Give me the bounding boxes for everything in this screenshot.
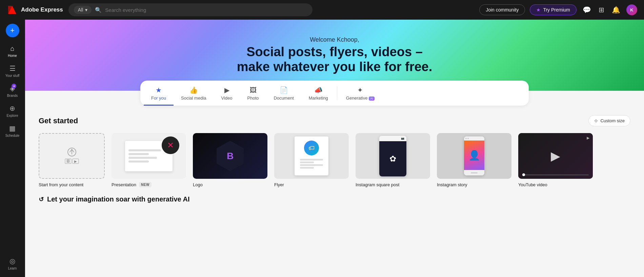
video-icon: ▶ xyxy=(224,86,229,94)
card-logo[interactable]: B Logo xyxy=(193,133,267,187)
logo-hex-icon: B xyxy=(217,141,244,171)
card-label: Flyer xyxy=(274,182,349,187)
section-title: Get started xyxy=(39,116,78,125)
section-header: Get started ⊹ Custom size xyxy=(39,115,630,126)
sidebar-item-brands[interactable]: ◈★ Brands xyxy=(1,82,24,100)
ai-badge: AI xyxy=(369,97,375,101)
chat-icon-button[interactable]: 💬 xyxy=(581,4,592,15)
sidebar-item-label: Learn xyxy=(8,267,17,270)
upload-icon: 🖼 ▶ xyxy=(62,146,82,166)
cards-row: 🖼 ▶ Start from your content xyxy=(39,133,630,187)
sidebar-item-label: Home xyxy=(8,54,17,58)
sidebar-item-label: Schedule xyxy=(5,134,20,137)
new-badge: NEW xyxy=(139,182,152,187)
search-filter-label: All xyxy=(78,7,83,13)
sidebar: + ⌂ Home ☰ Your stuff ◈★ Brands ⊕ Explor… xyxy=(0,20,25,277)
hero-text: Welcome Kchoop, Social posts, flyers, vi… xyxy=(237,36,432,74)
tab-divider xyxy=(337,86,337,100)
card-label: Instagram story xyxy=(437,182,511,187)
for-you-icon: ★ xyxy=(156,86,162,94)
tab-label: Document xyxy=(274,95,294,101)
sidebar-item-label: Explore xyxy=(7,114,18,118)
custom-size-icon: ⊹ xyxy=(594,118,598,123)
tab-photo[interactable]: 🖼 Photo xyxy=(240,81,266,106)
notifications-icon-button[interactable]: 🔔 xyxy=(610,4,622,15)
explore-icon: ⊕ xyxy=(9,104,15,112)
join-community-button[interactable]: Join community xyxy=(479,4,525,15)
search-input[interactable] xyxy=(105,7,307,13)
search-filter-dropdown[interactable]: All ▾ xyxy=(74,6,92,14)
main-content: Welcome Kchoop, Social posts, flyers, vi… xyxy=(25,20,644,277)
flyer-stamp-icon: 🏷 xyxy=(304,141,319,155)
card-thumbnail: ✕ xyxy=(112,133,186,179)
chevron-down-icon: ▾ xyxy=(85,7,87,13)
your-stuff-icon: ☰ xyxy=(9,64,16,72)
youtube-logo-icon: ▶ xyxy=(587,136,589,140)
instagram-icon: 📷 xyxy=(401,137,404,140)
search-icon: 🔍 xyxy=(95,7,102,13)
tab-label: Social media xyxy=(181,95,206,101)
card-thumbnail: B xyxy=(193,133,267,179)
card-thumbnail: 🏷 xyxy=(274,133,349,179)
tab-generative[interactable]: ✦ GenerativeAI xyxy=(339,81,382,106)
sidebar-item-label: Your stuff xyxy=(5,74,20,78)
apps-icon-button[interactable]: ⊞ xyxy=(597,4,606,15)
presentation-badge-icon: ✕ xyxy=(162,136,179,154)
card-presentation[interactable]: ✕ Presentation NEW xyxy=(112,133,186,187)
custom-size-button[interactable]: ⊹ Custom size xyxy=(588,115,630,126)
adobe-logo xyxy=(7,4,18,15)
tab-document[interactable]: 📄 Document xyxy=(266,81,301,106)
brand-name: Adobe Express xyxy=(21,6,63,13)
search-bar: All ▾ 🔍 xyxy=(68,3,313,16)
card-youtube-video[interactable]: ▶ ▶ YouTube video xyxy=(518,133,593,187)
flower-icon: ✿ xyxy=(389,154,396,164)
tab-label: GenerativeAI xyxy=(346,95,375,101)
generative-icon: ✦ xyxy=(357,86,363,94)
tab-social-media[interactable]: 👍 Social media xyxy=(174,81,214,106)
generative-ai-section: ↺ Let your imagination soar with generat… xyxy=(25,187,644,203)
social-media-icon: 👍 xyxy=(189,86,198,94)
generative-section-title: ↺ Let your imagination soar with generat… xyxy=(39,195,630,203)
try-premium-button[interactable]: ★ Try Premium xyxy=(530,4,577,15)
premium-badge: ★ xyxy=(12,84,16,88)
card-thumbnail: ▶ ▶ xyxy=(518,133,593,179)
sidebar-item-home[interactable]: ⌂ Home xyxy=(1,42,24,60)
card-thumbnail: 📷 ✿ xyxy=(356,133,430,179)
nav-right: Join community ★ Try Premium 💬 ⊞ 🔔 K xyxy=(479,4,637,15)
get-started-section: Get started ⊹ Custom size xyxy=(25,106,644,187)
tab-label: Video xyxy=(221,95,233,101)
card-instagram-square-post[interactable]: 📷 ✿ Instagram square post xyxy=(356,133,430,187)
avatar[interactable]: K xyxy=(626,4,637,15)
sidebar-item-schedule[interactable]: ▦ Schedule xyxy=(1,122,24,140)
brand[interactable]: Adobe Express xyxy=(7,4,63,15)
top-navigation: Adobe Express All ▾ 🔍 Join community ★ T… xyxy=(0,0,644,20)
learn-icon: ◎ xyxy=(9,257,15,265)
schedule-icon: ▦ xyxy=(9,124,16,132)
add-button[interactable]: + xyxy=(6,24,19,37)
tab-bar: ★ For you 👍 Social media ▶ Video 🖼 Photo… xyxy=(140,81,529,106)
home-icon: ⌂ xyxy=(10,45,14,52)
card-flyer[interactable]: 🏷 Flyer xyxy=(274,133,349,187)
card-start-from-content[interactable]: 🖼 ▶ Start from your content xyxy=(39,133,105,187)
hero-welcome: Welcome Kchoop, xyxy=(237,36,432,43)
hero-headline: Social posts, flyers, videos – make what… xyxy=(237,45,432,74)
sidebar-item-explore[interactable]: ⊕ Explore xyxy=(1,102,24,120)
marketing-icon: 📣 xyxy=(314,86,323,94)
sidebar-item-your-stuff[interactable]: ☰ Your stuff xyxy=(1,62,24,80)
sidebar-item-learn[interactable]: ◎ Learn xyxy=(1,254,24,273)
document-icon: 📄 xyxy=(280,86,288,94)
play-icon: ▶ xyxy=(551,149,560,163)
card-label: Instagram square post xyxy=(356,182,430,187)
sidebar-item-label: Brands xyxy=(7,94,18,98)
card-label: YouTube video xyxy=(518,182,593,187)
tab-label: Marketing xyxy=(309,95,328,101)
card-label: Start from your content xyxy=(39,182,105,187)
tab-for-you[interactable]: ★ For you xyxy=(144,81,174,106)
main-layout: + ⌂ Home ☰ Your stuff ◈★ Brands ⊕ Explor… xyxy=(0,20,644,277)
tab-video[interactable]: ▶ Video xyxy=(214,81,240,106)
premium-star-icon: ★ xyxy=(536,7,541,13)
card-instagram-story[interactable]: 👤 Instagram story xyxy=(437,133,511,187)
generative-section-icon: ↺ xyxy=(39,196,44,203)
card-thumbnail: 🖼 ▶ xyxy=(39,133,105,179)
tab-marketing[interactable]: 📣 Marketing xyxy=(301,81,336,106)
